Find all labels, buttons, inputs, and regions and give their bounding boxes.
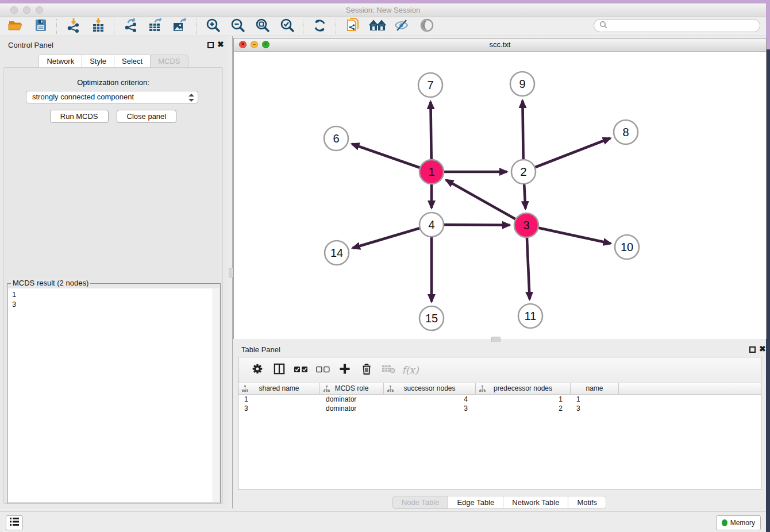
column-header-name[interactable]: name [571,383,619,394]
open-session-button[interactable] [3,18,28,35]
mcds-result-line: 1 [12,290,213,299]
network-graph[interactable]: 1234678910111415 [234,52,766,339]
table-cell: dominator [320,395,384,404]
first-neighbors-button[interactable] [365,18,390,35]
graph-node-2[interactable]: 2 [511,160,536,184]
function-builder-button: f(x) [399,360,421,380]
graph-node-11[interactable]: 11 [518,304,542,328]
tab-motifs[interactable]: Motifs [568,496,606,509]
memory-label: Memory [730,519,755,527]
svg-text:11: 11 [525,310,537,322]
zoom-fit-icon [255,18,270,35]
graph-node-9[interactable]: 9 [510,72,534,96]
svg-text:9: 9 [519,78,525,90]
graph-node-3[interactable]: 3 [514,213,538,237]
show-columns-button[interactable] [268,360,290,380]
houses-icon [369,18,386,34]
zoom-out-icon [230,18,245,35]
import-table-button[interactable] [86,18,110,35]
toolbar-separator [196,19,197,34]
float-panel-icon[interactable] [207,42,214,48]
column-header-shared-name[interactable]: shared name [238,383,320,394]
zoom-selected-button[interactable] [275,18,299,35]
svg-text:15: 15 [425,312,438,325]
svg-text:4: 4 [428,218,434,231]
duplicate-network-button[interactable] [340,18,365,35]
export-table-button[interactable] [143,18,168,35]
tab-edge-table[interactable]: Edge Table [448,496,503,509]
unchecked-boxes-icon [316,365,330,375]
close-table-panel-icon[interactable]: ✖ [759,344,766,353]
column-header-successor-nodes[interactable]: successor nodes [384,383,476,394]
table-row[interactable]: 1dominator411 [238,395,761,404]
graph-node-6[interactable]: 6 [324,126,348,151]
refresh-view-button[interactable] [307,18,332,35]
table-row[interactable]: 3dominator323 [238,404,761,413]
export-image-button[interactable] [168,18,192,35]
tab-select[interactable]: Select [114,55,151,68]
column-header-mcds-role[interactable]: MCDS role [320,383,384,394]
graph-node-8[interactable]: 8 [614,120,638,144]
add-column-button[interactable] [334,360,356,380]
search-icon [599,20,608,32]
svg-text:3: 3 [523,219,529,232]
svg-text:8: 8 [622,126,629,138]
tab-network[interactable]: Network [38,55,82,68]
hide-selected-button[interactable] [390,18,414,35]
tab-network-table[interactable]: Network Table [503,496,568,509]
graph-edge-3-1[interactable] [446,180,526,225]
import-network-button[interactable] [61,18,86,35]
show-all-button[interactable] [414,18,439,35]
zoom-in-icon [206,18,221,35]
toolbar-separator [56,19,57,34]
deselect-all-button[interactable] [312,360,334,380]
memory-status-icon [722,519,727,526]
node-table-container: f(x) shared nameMCDS rolesuccessor nodes… [238,357,761,490]
mcds-result-list[interactable]: 13 [8,288,213,502]
table-toolbar: f(x) [238,357,761,383]
zoom-in-button[interactable] [201,18,225,35]
graph-node-4[interactable]: 4 [419,213,444,237]
tab-node-table[interactable]: Node Table [392,496,449,509]
select-all-button[interactable] [290,360,312,380]
svg-text:10: 10 [621,241,633,253]
graph-node-15[interactable]: 15 [419,306,444,330]
graph-node-1[interactable]: 1 [419,160,444,184]
float-table-panel-icon[interactable] [749,346,756,353]
zoom-out-button[interactable] [225,18,250,35]
graph-node-14[interactable]: 14 [325,241,349,265]
svg-text:14: 14 [330,246,343,259]
graph-edge-3-10[interactable] [526,225,611,244]
run-mcds-button[interactable]: Run MCDS [50,110,109,123]
mcds-result-box: MCDS result (2 nodes) 13 [7,283,221,503]
close-panel-button[interactable]: Close panel [117,110,177,123]
mcds-result-line: 3 [12,299,213,309]
zoom-fit-button[interactable] [250,18,275,35]
search-field[interactable] [594,19,760,32]
table-cell: 4 [384,395,476,404]
app-title: Session: New Session [0,3,766,17]
memory-button[interactable]: Memory [716,515,761,530]
export-network-button[interactable] [118,18,143,35]
delete-column-button[interactable] [356,360,378,380]
column-header-predecessor-nodes[interactable]: predecessor nodes [476,383,571,394]
result-scrollbar[interactable] [213,288,220,502]
search-input[interactable] [608,21,760,30]
graph-node-10[interactable]: 10 [615,235,639,259]
save-session-button[interactable] [28,18,53,35]
table-cell: 2 [476,404,571,413]
automation-panel-button[interactable] [6,515,23,530]
network-canvas[interactable]: 1234678910111415 [234,52,766,339]
dropdown-stepper-icon [188,93,194,102]
table-settings-button[interactable] [247,360,268,380]
graph-node-7[interactable]: 7 [418,73,442,97]
plus-icon [339,363,351,377]
table-cell: 3 [571,404,619,413]
criterion-dropdown[interactable]: strongly connected component [26,91,198,103]
close-panel-icon[interactable]: ✖ [217,40,224,49]
tab-mcds[interactable]: MCDS [150,55,188,68]
table-cell: 1 [476,395,571,404]
toolbar-separator [336,19,337,34]
graph-edge-2-8[interactable] [523,138,610,172]
tab-style[interactable]: Style [82,55,114,68]
